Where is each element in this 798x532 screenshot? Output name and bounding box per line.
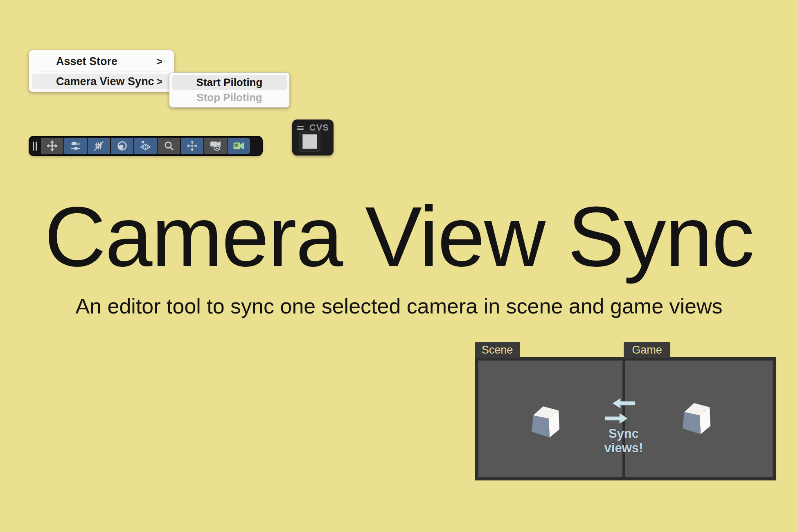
page-title: Camera View Sync [0, 194, 798, 279]
submenu-item-start-piloting[interactable]: Start Piloting [172, 75, 287, 90]
menu-item-label: Camera View Sync [56, 75, 154, 88]
center-tool-button[interactable] [181, 138, 203, 154]
sync-annotation: Sync views! [599, 397, 648, 455]
overlay-toolbar [29, 137, 262, 155]
sync-views-label: Sync views! [599, 427, 648, 455]
search-button[interactable] [158, 138, 180, 154]
view-orientation-icon [116, 140, 128, 152]
chevron-right-icon: > [156, 76, 162, 88]
move-tool-icon [46, 140, 59, 152]
search-icon [162, 140, 175, 152]
tab-game[interactable]: Game [624, 342, 670, 358]
arrow-left-icon [611, 397, 636, 410]
light-probe-button[interactable] [134, 138, 157, 154]
grid-snap-button[interactable] [88, 138, 110, 154]
cvs-overlay-window: CVS [292, 119, 334, 156]
page-subtitle: An editor tool to sync one selected came… [0, 295, 798, 317]
submenu: Start Piloting Stop Piloting [169, 72, 290, 108]
menu-separator [36, 72, 167, 72]
move-tool-button[interactable] [41, 138, 63, 154]
camera-view-sync-button[interactable] [228, 138, 250, 154]
scene-cube [531, 405, 563, 438]
camera-view-sync-icon [232, 140, 245, 152]
cvs-sync-toggle-button[interactable] [299, 131, 320, 152]
camera-preview-button[interactable] [204, 138, 227, 154]
game-cube [682, 401, 714, 435]
tool-settings-icon [69, 140, 82, 152]
tab-scene[interactable]: Scene [475, 342, 520, 358]
drag-handle[interactable] [33, 142, 37, 151]
tool-settings-button[interactable] [64, 138, 87, 154]
camera-preview-icon [209, 140, 222, 152]
submenu-item-stop-piloting[interactable]: Stop Piloting [172, 90, 287, 105]
arrow-right-icon [604, 412, 629, 425]
view-orientation-button[interactable] [111, 138, 133, 154]
light-probe-icon [139, 140, 152, 152]
views-preview: Scene Game Sync views! [475, 342, 776, 481]
page: Asset Store > Camera View Sync > Start P… [0, 0, 798, 532]
menu-item-label: Asset Store [56, 55, 117, 68]
cvs-sync-toggle-state [302, 134, 317, 149]
menu-item-asset-store[interactable]: Asset Store > [29, 52, 174, 71]
chevron-right-icon: > [156, 56, 162, 68]
overlay-menu-icon[interactable] [297, 126, 304, 130]
context-menu: Asset Store > Camera View Sync > [29, 50, 174, 92]
center-tool-icon [186, 140, 198, 152]
menu-item-camera-view-sync[interactable]: Camera View Sync > [32, 74, 171, 89]
grid-snap-icon [92, 140, 105, 152]
